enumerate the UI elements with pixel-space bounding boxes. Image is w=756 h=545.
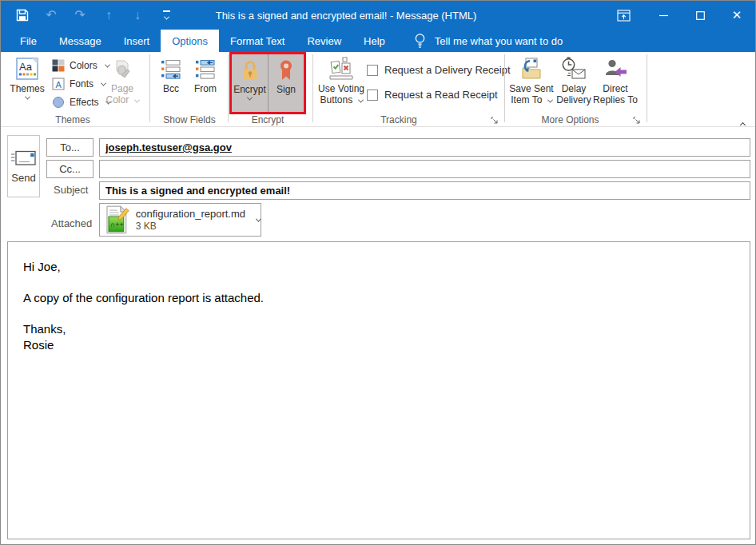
send-button[interactable]: Send — [7, 135, 40, 197]
cc-field[interactable] — [99, 160, 750, 178]
message-body[interactable]: Hi Joe, A copy of the configuration repo… — [7, 241, 750, 539]
maximize-button[interactable] — [682, 1, 718, 30]
undo-glyph: ↶ — [46, 9, 56, 22]
delay-delivery-button[interactable]: Delay Delivery — [555, 54, 593, 114]
from-button[interactable]: From — [189, 54, 222, 114]
group-separator — [149, 54, 150, 122]
tell-me-label: Tell me what you want to do — [435, 35, 563, 47]
close-button[interactable]: ✕ — [718, 1, 755, 30]
fonts-button-label: Fonts — [70, 78, 94, 90]
sign-button[interactable]: Sign — [269, 54, 304, 112]
tell-me-box[interactable]: Tell me what you want to do — [414, 30, 563, 52]
direct-replies-icon — [604, 55, 627, 81]
group-separator — [647, 54, 647, 122]
ribbon: Aa Themes Colors — [1, 52, 755, 127]
subject-field[interactable]: This is a signed and encrypted email! — [99, 181, 750, 200]
group-separator — [504, 54, 505, 122]
tab-review[interactable]: Review — [296, 30, 352, 52]
maximize-icon — [696, 11, 705, 20]
from-button-label: From — [194, 83, 217, 94]
svg-text:A: A — [56, 80, 62, 90]
attached-label: Attached — [51, 217, 92, 229]
show-fields-group-label: Show Fields — [149, 114, 229, 125]
chevron-down-icon — [133, 97, 139, 103]
encrypt-button[interactable]: Encrypt — [232, 54, 269, 112]
delay-delivery-icon — [560, 55, 587, 81]
read-receipt-checkbox-row[interactable]: Request a Read Receipt — [367, 89, 498, 101]
subject-label: Subject — [54, 184, 88, 196]
chevron-down-icon — [247, 95, 253, 101]
chevron-down-icon — [357, 97, 363, 103]
chevron-down-icon — [163, 14, 169, 20]
tab-insert[interactable]: Insert — [113, 30, 161, 52]
voting-ballot-icon — [328, 55, 354, 81]
ribbon-display-options-icon — [617, 10, 631, 22]
save-sent-item-to-button[interactable]: Save Sent Item To — [509, 54, 554, 114]
undo-icon[interactable]: ↶ — [43, 6, 59, 25]
move-up-glyph: ↑ — [105, 9, 112, 22]
direct-replies-to-button[interactable]: Direct Replies To — [593, 54, 638, 114]
fonts-icon: A — [52, 78, 65, 90]
quick-access-toolbar: ↶ ↷ ↑ ↓ — [14, 1, 174, 30]
move-up-icon[interactable]: ↑ — [101, 6, 117, 25]
redo-icon[interactable]: ↷ — [72, 6, 88, 25]
customize-qat-icon[interactable] — [158, 6, 174, 25]
delay-delivery-label: Delay Delivery — [556, 83, 591, 105]
subject-value: This is a signed and encrypted email! — [105, 185, 290, 197]
delivery-receipt-checkbox[interactable] — [367, 65, 378, 76]
voting-button-label: Use Voting Buttons — [318, 83, 364, 105]
to-button[interactable]: To... — [46, 138, 94, 157]
page-color-button[interactable]: Page Color — [102, 54, 142, 114]
ribbon-display-options-button[interactable] — [602, 1, 645, 30]
use-voting-buttons-button[interactable]: Use Voting Buttons — [317, 54, 365, 114]
tab-message[interactable]: Message — [48, 30, 113, 52]
cc-button[interactable]: Cc... — [46, 160, 94, 178]
attachment-chip[interactable]: ∩++ configuration_report.md 3 KB — [99, 203, 261, 237]
chevron-up-icon — [740, 122, 746, 128]
tab-file[interactable]: File — [9, 30, 48, 52]
attachment-size: 3 KB — [136, 221, 245, 233]
tab-format-text[interactable]: Format Text — [219, 30, 296, 52]
chevron-down-icon — [547, 97, 553, 103]
customize-qat-bar — [163, 10, 170, 12]
to-recipient[interactable]: joseph.testuser@gsa.gov — [105, 141, 232, 153]
minimize-icon — [659, 11, 668, 20]
save-sent-folder-icon — [519, 55, 544, 81]
body-line: A copy of the configuration report is at… — [23, 290, 740, 306]
collapse-ribbon-button[interactable] — [738, 116, 745, 130]
effects-icon — [52, 96, 65, 109]
save-icon[interactable] — [14, 6, 30, 25]
body-line — [23, 306, 740, 322]
bcc-button-label: Bcc — [163, 83, 179, 94]
direct-replies-label: Direct Replies To — [593, 83, 638, 105]
tab-help[interactable]: Help — [352, 30, 396, 52]
read-receipt-checkbox[interactable] — [367, 90, 378, 101]
to-field[interactable]: joseph.testuser@gsa.gov — [99, 138, 750, 157]
chevron-down-icon — [24, 94, 30, 100]
delivery-receipt-checkbox-row[interactable]: Request a Delivery Receipt — [367, 64, 511, 76]
sign-button-label: Sign — [277, 84, 296, 95]
more-options-group-label: More Options — [512, 114, 628, 125]
tab-options[interactable]: Options — [161, 30, 219, 52]
tracking-dialog-launcher[interactable] — [490, 116, 499, 125]
bcc-button[interactable]: Bcc — [155, 54, 187, 114]
window-controls: ✕ — [602, 1, 755, 30]
effects-button-label: Effects — [70, 97, 98, 108]
from-icon — [195, 55, 216, 81]
encrypt-group-label: Encrypt — [228, 114, 308, 125]
body-line — [23, 275, 740, 291]
redo-glyph: ↷ — [74, 9, 85, 22]
attachment-filename: configuration_report.md — [136, 208, 245, 221]
send-envelope-icon — [10, 149, 38, 167]
more-options-dialog-launcher[interactable] — [632, 116, 642, 125]
encrypt-button-label: Encrypt — [233, 84, 266, 95]
minimize-button[interactable] — [645, 1, 682, 30]
close-icon: ✕ — [732, 8, 742, 22]
title-bar: ↶ ↷ ↑ ↓ This is a signed and encrypted e… — [1, 1, 755, 30]
move-down-icon[interactable]: ↓ — [129, 6, 145, 25]
themes-button[interactable]: Aa Themes — [6, 54, 49, 114]
delivery-receipt-label: Request a Delivery Receipt — [384, 64, 511, 76]
attachment-dropdown-icon[interactable] — [256, 216, 261, 221]
attachment-meta: configuration_report.md 3 KB — [136, 208, 245, 233]
svg-text:∩++: ∩++ — [110, 221, 124, 229]
